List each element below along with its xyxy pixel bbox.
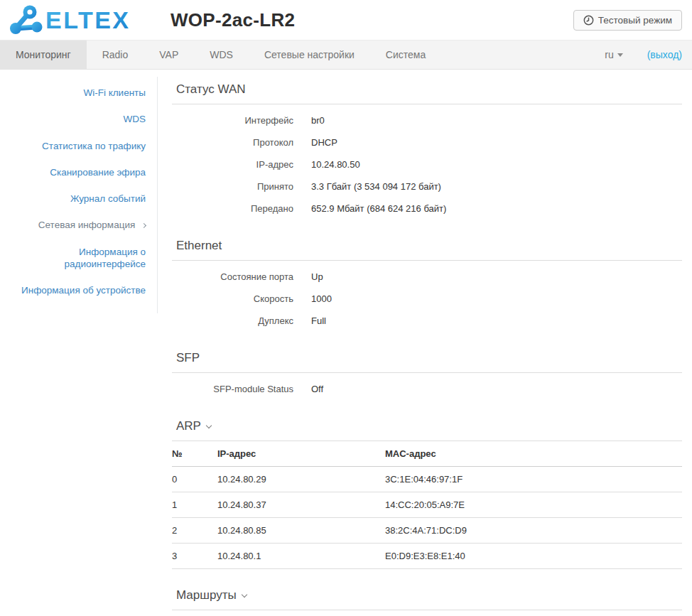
kv-row-interface: Интерфейс br0 xyxy=(172,109,682,131)
chevron-down-icon[interactable] xyxy=(206,423,212,428)
kv-row-protocol: Протокол DHCP xyxy=(172,131,682,153)
arp-cell-mac: 38:2C:4A:71:DC:D9 xyxy=(385,518,682,544)
arp-cell-ip: 10.24.80.1 xyxy=(217,544,385,569)
arp-table: № IP-адрес MAC-адрес 0 10.24.80.29 3C:1E… xyxy=(172,441,682,569)
arp-header-row: № IP-адрес MAC-адрес xyxy=(172,441,682,467)
chevron-down-icon[interactable] xyxy=(241,592,247,598)
kv-label: Протокол xyxy=(172,137,293,148)
wan-status-section-title: Статус WAN xyxy=(172,82,682,104)
chevron-right-icon xyxy=(141,223,146,228)
top-navbar: Мониторинг Radio VAP WDS Сетевые настрой… xyxy=(0,40,692,70)
kv-value: Up xyxy=(311,271,323,282)
table-row: 0 10.24.80.29 3C:1E:04:46:97:1F xyxy=(172,467,682,492)
kv-value: br0 xyxy=(311,115,325,126)
sidebar-item-wds[interactable]: WDS xyxy=(0,106,157,132)
sidebar-item-wifi-clients[interactable]: Wi-Fi клиенты xyxy=(0,80,157,106)
arp-cell-ip: 10.24.80.29 xyxy=(217,467,385,492)
test-mode-button[interactable]: Тестовый режим xyxy=(573,10,682,31)
arp-col-number: № xyxy=(172,441,217,467)
arp-cell-number: 0 xyxy=(172,467,217,492)
arp-cell-ip: 10.24.80.37 xyxy=(217,492,385,518)
sfp-section-title: SFP xyxy=(172,351,682,373)
eltex-wordmark: ELTEX xyxy=(45,6,131,33)
routes-col-interface: Интерфейс xyxy=(202,610,296,616)
kv-row-sfp-status: SFP-module Status Off xyxy=(172,378,682,400)
sidebar-item-radio-info[interactable]: Информация о радиоинтерфейсе xyxy=(0,239,157,278)
kv-row-transmitted: Передано 652.9 Мбайт (684 624 216 байт) xyxy=(172,198,682,220)
caret-down-icon xyxy=(617,53,623,57)
kv-label: IP-адрес xyxy=(172,159,293,170)
kv-value: Full xyxy=(311,315,326,326)
kv-label: Интерфейс xyxy=(172,115,293,126)
arp-cell-number: 3 xyxy=(172,544,217,569)
kv-value: DHCP xyxy=(311,137,337,148)
kv-row-speed: Скорость 1000 xyxy=(172,288,682,310)
clock-icon xyxy=(583,15,594,26)
routes-section-title: Маршруты xyxy=(172,588,682,610)
kv-label: Состояние порта xyxy=(172,271,293,282)
table-row: 1 10.24.80.37 14:CC:20:05:A9:7E xyxy=(172,492,682,518)
sidebar-item-network-info[interactable]: Сетевая информация xyxy=(0,212,157,238)
arp-cell-mac: 3C:1E:04:46:97:1F xyxy=(385,467,682,492)
eltex-logo-icon: ELTEX xyxy=(7,4,132,36)
routes-header-row: № Интерфейс Назначение Шлюз Маска Флаги xyxy=(172,610,682,616)
kv-label: Дуплекс xyxy=(172,315,293,326)
page-title: WOP-2ac-LR2 xyxy=(171,9,295,31)
routes-col-number: № xyxy=(172,610,202,616)
kv-label: Скорость xyxy=(172,293,293,304)
routes-col-flags: Флаги xyxy=(541,610,682,616)
arp-col-mac: MAC-адрес xyxy=(385,441,682,467)
language-value: ru xyxy=(605,49,613,60)
tab-vap[interactable]: VAP xyxy=(144,40,194,69)
kv-value: 3.3 Гбайт (3 534 094 172 байт) xyxy=(311,181,441,192)
sidebar-item-traffic-stats[interactable]: Статистика по трафику xyxy=(0,133,157,159)
routes-col-mask: Маска xyxy=(446,610,541,616)
arp-section-title: ARP xyxy=(172,419,682,441)
routes-title-label: Маршруты xyxy=(176,588,237,602)
routes-section: Маршруты № Интерфейс Назначение Шлюз Мас… xyxy=(172,588,682,616)
kv-label: Принято xyxy=(172,181,293,192)
arp-cell-mac: 14:CC:20:05:A9:7E xyxy=(385,492,682,518)
ethernet-list: Состояние порта Up Скорость 1000 Дуплекс… xyxy=(172,261,682,332)
language-dropdown[interactable]: ru xyxy=(605,49,622,60)
arp-cell-ip: 10.24.80.85 xyxy=(217,518,385,544)
kv-row-received: Принято 3.3 Гбайт (3 534 094 172 байт) xyxy=(172,175,682,198)
ethernet-section-title: Ethernet xyxy=(172,239,682,261)
app-header: ELTEX WOP-2ac-LR2 Тестовый режим xyxy=(0,0,692,40)
kv-value: Off xyxy=(311,384,323,394)
routes-table: № Интерфейс Назначение Шлюз Маска Флаги … xyxy=(172,610,682,616)
kv-row-port-state: Состояние порта Up xyxy=(172,266,682,288)
tab-radio[interactable]: Radio xyxy=(87,40,144,69)
table-row: 3 10.24.80.1 E0:D9:E3:E8:E1:40 xyxy=(172,544,682,569)
navbar-right: ru (выход) xyxy=(605,40,692,69)
sidebar-item-label: Сетевая информация xyxy=(38,220,135,230)
logout-link[interactable]: (выход) xyxy=(647,49,682,60)
kv-label: SFP-module Status xyxy=(172,384,293,394)
content-area: Wi-Fi клиенты WDS Статистика по трафику … xyxy=(0,70,692,616)
tab-wds[interactable]: WDS xyxy=(194,40,249,69)
kv-value: 10.24.80.50 xyxy=(311,159,360,170)
kv-row-duplex: Дуплекс Full xyxy=(172,310,682,332)
arp-cell-number: 2 xyxy=(172,518,217,544)
sidebar-item-air-scan[interactable]: Сканирование эфира xyxy=(0,159,157,185)
eltex-logo: ELTEX xyxy=(7,4,132,36)
sidebar: Wi-Fi клиенты WDS Статистика по трафику … xyxy=(0,70,158,313)
sidebar-list: Wi-Fi клиенты WDS Статистика по трафику … xyxy=(0,77,158,313)
wan-status-list: Интерфейс br0 Протокол DHCP IP-адрес 10.… xyxy=(172,104,682,220)
kv-row-ip-address: IP-адрес 10.24.80.50 xyxy=(172,153,682,175)
tab-monitoring[interactable]: Мониторинг xyxy=(0,40,87,69)
tab-system[interactable]: Система xyxy=(370,40,441,69)
arp-cell-mac: E0:D9:E3:E8:E1:40 xyxy=(385,544,682,569)
kv-label: Передано xyxy=(172,203,293,214)
routes-col-gateway: Шлюз xyxy=(381,610,446,616)
sidebar-item-device-info[interactable]: Информация об устройстве xyxy=(0,277,157,303)
tab-network-settings[interactable]: Сетевые настройки xyxy=(249,40,370,69)
kv-value: 652.9 Мбайт (684 624 216 байт) xyxy=(311,203,446,214)
test-mode-label: Тестовый режим xyxy=(598,15,672,26)
sfp-list: SFP-module Status Off xyxy=(172,373,682,400)
arp-col-ip: IP-адрес xyxy=(217,441,385,467)
kv-value: 1000 xyxy=(311,293,332,304)
sidebar-item-event-log[interactable]: Журнал событий xyxy=(0,185,157,212)
arp-title-label: ARP xyxy=(176,419,201,433)
routes-col-destination: Назначение xyxy=(296,610,381,616)
